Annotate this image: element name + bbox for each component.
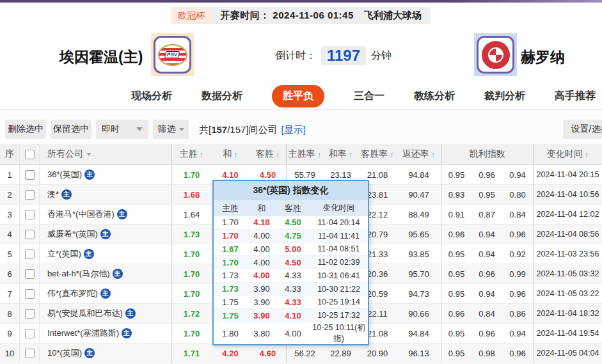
company-cell[interactable]: 36*(英国)主 xyxy=(39,165,171,184)
row-checkbox[interactable] xyxy=(25,249,35,259)
popup-title: 36*(英国) 指数变化 xyxy=(214,181,368,200)
kelly-away-cell: 0.99 xyxy=(502,264,533,283)
row-checkbox[interactable] xyxy=(25,210,35,219)
popup-change-time: 11-04 11:41 xyxy=(310,232,368,241)
filter-dropdown[interactable]: 筛选 xyxy=(153,120,189,139)
company-cell[interactable]: 10*(英国)主 xyxy=(39,344,171,363)
tab-3[interactable]: 三合一 xyxy=(354,90,384,103)
home-odds-cell: 1.70 xyxy=(171,165,211,184)
popup-draw-odds: 4.00 xyxy=(247,231,276,241)
row-checkbox[interactable] xyxy=(25,190,35,200)
home-odds-cell: 1.70 xyxy=(171,284,211,303)
kelly-home-cell: 0.95 xyxy=(441,244,471,264)
company-cell[interactable]: 澳*主 xyxy=(39,185,171,204)
popup-change-time: 10-25 10:11(初指) xyxy=(310,322,368,344)
company-count-summary: 共[157/157]间公司[显示] xyxy=(199,124,306,136)
col-away-sort[interactable]: 客胜↑ xyxy=(250,144,286,164)
countdown: 倒计时： 1197 分钟 xyxy=(275,46,392,65)
payout-cell: 94.73 xyxy=(397,284,441,303)
col-time-sort[interactable]: 变化时间↑ xyxy=(533,144,602,164)
row-checkbox-cell xyxy=(19,304,39,323)
row-seq: 5 xyxy=(0,244,19,264)
kelly-draw-cell: 0.96 xyxy=(471,324,502,343)
row-checkbox-cell xyxy=(19,324,39,343)
company-cell[interactable]: 立*(英国)主 xyxy=(39,244,171,264)
row-checkbox[interactable] xyxy=(25,269,35,279)
popup-home-odds: 1.73 xyxy=(214,284,247,294)
popup-home-odds: 1.75 xyxy=(214,311,247,320)
company-cell[interactable]: 伟*(直布罗陀)主 xyxy=(39,284,171,303)
sort-up-icon: ↑ xyxy=(234,150,238,159)
row-checkbox[interactable] xyxy=(25,230,35,239)
kelly-away-cell: 0.96 xyxy=(502,344,533,363)
row-checkbox-cell xyxy=(19,344,39,363)
match-info-strip: 欧冠杯 开赛时间： 2024-11-06 01:45 飞利浦大球场 xyxy=(0,7,602,24)
kelly-away-cell: 0.94 xyxy=(502,165,533,184)
popup-home-odds: 1.70 xyxy=(214,231,247,241)
tab-0[interactable]: 现场分析 xyxy=(131,90,172,103)
change-time-cell: 2024-11-05 03:32 xyxy=(533,264,602,283)
home-odds-cell: 1.70 xyxy=(171,324,211,343)
home-odds-cell: 1.70 xyxy=(171,264,211,283)
payout-cell: 96.13 xyxy=(397,344,441,363)
sort-up-icon: ↑ xyxy=(390,150,394,159)
row-checkbox[interactable] xyxy=(25,309,35,319)
company-name: 威廉希*(英国) xyxy=(47,228,98,240)
row-checkbox[interactable] xyxy=(25,170,35,180)
popup-draw-odds: 3.90 xyxy=(247,311,276,320)
company-cell[interactable]: 香港马*(中国香港)主 xyxy=(39,205,171,224)
company-cell[interactable]: Interwet*(塞浦路斯)主 xyxy=(39,324,171,343)
kelly-home-cell: 0.95 xyxy=(441,264,471,283)
odds-history-popup: 36*(英国) 指数变化 主胜 和 客胜 变化时间 1.704.104.5011… xyxy=(212,180,369,345)
popup-home-odds: 1.67 xyxy=(214,244,247,254)
popup-draw-odds: 3.90 xyxy=(247,284,276,294)
home-odds-cell: 1.72 xyxy=(171,304,211,323)
tab-5[interactable]: 裁判分析 xyxy=(484,90,525,103)
popup-change-time: 10-25 19:14 xyxy=(310,297,368,306)
psv-logo-frame: PSV xyxy=(154,36,191,74)
away-team-name: 赫罗纳 xyxy=(521,47,565,67)
col-draw-sort[interactable]: 和↑ xyxy=(211,144,250,164)
row-checkbox[interactable] xyxy=(25,349,35,358)
home-odds-cell: 1.68 xyxy=(171,185,211,204)
popup-history-row: 1.753.904.1010-25 17:32 xyxy=(214,309,368,322)
col-home-sort[interactable]: 主胜↑ xyxy=(171,144,211,164)
col-payout-sort[interactable]: 返还率↑ xyxy=(397,144,441,164)
delete-selected-button[interactable]: 删除选中 xyxy=(5,120,46,139)
payout-cell: 94.84 xyxy=(397,165,441,184)
kelly-home-cell: 0.93 xyxy=(441,185,471,204)
row-checkbox[interactable] xyxy=(25,289,35,299)
toolbar: 删除选中 保留选中 即时 筛选 共[157/157]间公司[显示] 设置/选择 xyxy=(0,110,602,144)
row-checkbox[interactable] xyxy=(25,329,35,338)
kelly-away-cell: 0.92 xyxy=(502,244,533,264)
col-draw-rate-sort[interactable]: 和率↑ xyxy=(323,144,358,164)
company-cell[interactable]: 易*(安提瓜和巴布达)主 xyxy=(39,304,171,323)
host-badge-icon: 主 xyxy=(117,209,127,219)
col-away-rate-sort[interactable]: 客胜率↑ xyxy=(358,144,397,164)
tab-1[interactable]: 数据分析 xyxy=(202,90,242,103)
popup-draw-odds: 4.00 xyxy=(247,258,276,267)
kelly-draw-cell: 0.87 xyxy=(471,205,502,224)
payout-cell: 93.85 xyxy=(397,244,441,264)
kelly-away-cell: 0.96 xyxy=(502,284,533,303)
col-company[interactable]: 所有公司 xyxy=(39,144,171,164)
chevron-down-icon xyxy=(136,127,143,131)
col-home-rate-sort[interactable]: 主胜率↑ xyxy=(286,144,323,164)
payout-cell: 88.49 xyxy=(397,205,441,224)
tab-6[interactable]: 高手推荐 xyxy=(555,90,596,103)
home-odds-cell: 1.71 xyxy=(171,344,211,363)
show-link[interactable]: [显示] xyxy=(281,124,306,135)
row-seq: 10 xyxy=(0,344,19,363)
draw-rate-cell: 22.89 xyxy=(323,344,358,363)
time-filter-dropdown[interactable]: 即时 xyxy=(96,120,148,139)
kickoff-time: 开赛时间： 2024-11-06 01:45 xyxy=(220,10,354,22)
row-checkbox-cell xyxy=(19,225,39,244)
settings-select-button[interactable]: 设置/选择 xyxy=(563,120,602,139)
company-cell[interactable]: 威廉希*(英国)主 xyxy=(39,225,171,244)
keep-selected-button[interactable]: 保留选中 xyxy=(51,120,91,139)
tab-2[interactable]: 胜平负 xyxy=(272,85,324,107)
tab-4[interactable]: 教练分析 xyxy=(414,90,455,103)
select-all-checkbox[interactable] xyxy=(25,150,35,159)
venue-name: 飞利浦大球场 xyxy=(364,10,422,22)
company-cell[interactable]: bet-at-h*(马尔他)主 xyxy=(39,264,171,283)
